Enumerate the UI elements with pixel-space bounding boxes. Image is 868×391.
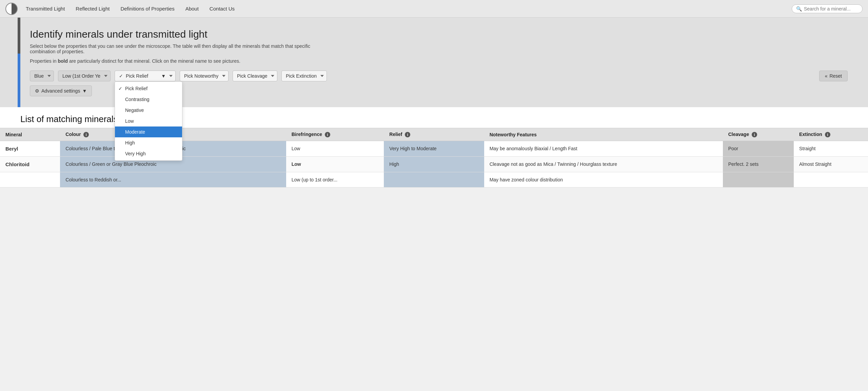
relief-option-contrasting[interactable]: Contrasting [115, 94, 182, 105]
relief-option-high[interactable]: High [115, 137, 182, 148]
relief-option-negative[interactable]: Negative [115, 105, 182, 116]
mineral-beryl[interactable]: Beryl [0, 141, 60, 157]
logo[interactable] [5, 3, 18, 15]
search-box[interactable]: 🔍 [792, 4, 863, 13]
mineral-partial[interactable] [0, 172, 60, 188]
nav-links: Transmitted Light Reflected Light Defini… [26, 6, 792, 12]
col-extinction: Extinction i [794, 128, 868, 141]
advanced-settings-button[interactable]: ⚙ Advanced settings ▼ [30, 85, 92, 96]
reset-icon: « [825, 73, 828, 79]
partial-cleavage [723, 172, 794, 188]
filters-row: Blue Low (1st Order Ye Pick Relief ✓ Pic… [30, 71, 848, 81]
advanced-arrow: ▼ [82, 88, 87, 94]
partial-birefringence: Low (up to 1st order... [286, 172, 384, 188]
relief-select-button[interactable]: ✓ Pick Relief ▼ [115, 71, 176, 81]
beryl-noteworthy: May be anomalously Biaxial / Length Fast [484, 141, 723, 157]
nav-about[interactable]: About [185, 6, 199, 12]
relief-option-low[interactable]: Low [115, 116, 182, 126]
partial-extinction [794, 172, 868, 188]
chloritoid-relief: High [384, 157, 484, 172]
advanced-label: Advanced settings [41, 88, 80, 94]
partial-colour: Colourless to Reddish or... [60, 172, 286, 188]
chloritoid-birefringence: Low [286, 157, 384, 172]
search-input[interactable] [804, 6, 858, 12]
relief-arrow: ▼ [161, 73, 166, 79]
accent-bar [18, 18, 20, 107]
col-cleavage: Cleavage i [723, 128, 794, 141]
beryl-relief: Very High to Moderate [384, 141, 484, 157]
navbar: Transmitted Light Reflected Light Defini… [0, 0, 868, 18]
beryl-birefringence: Low [286, 141, 384, 157]
beryl-cleavage: Poor [723, 141, 794, 157]
nav-definitions[interactable]: Definitions of Properties [120, 6, 174, 12]
relief-dropdown-container: Pick Relief ✓ Pick Relief ▼ Pick Relief … [115, 71, 176, 81]
noteworthy-select[interactable]: Pick Noteworthy [180, 71, 229, 81]
relief-checkmark: ✓ [119, 73, 123, 79]
birefringence-info-icon[interactable]: i [325, 132, 330, 137]
nav-transmitted-light[interactable]: Transmitted Light [26, 6, 65, 12]
partial-relief [384, 172, 484, 188]
table-row: Colourless to Reddish or... Low (up to 1… [0, 172, 868, 188]
relief-option-pick[interactable]: Pick Relief [115, 83, 182, 94]
cleavage-info-icon[interactable]: i [752, 132, 757, 137]
col-mineral: Mineral [0, 128, 60, 141]
chloritoid-extinction: Almost Straight [794, 157, 868, 172]
colour-select[interactable]: Blue [30, 71, 54, 81]
col-relief: Relief i [384, 128, 484, 141]
hero-title: Identify minerals under transmitted ligh… [30, 28, 848, 40]
hero-subtitle: Select below the properties that you can… [30, 43, 335, 54]
partial-noteworthy: May have zoned colour distribution [484, 172, 723, 188]
cleavage-select[interactable]: Pick Cleavage [233, 71, 277, 81]
gear-icon: ⚙ [35, 88, 39, 94]
hero-section: Identify minerals under transmitted ligh… [0, 18, 868, 107]
beryl-extinction: Straight [794, 141, 868, 157]
reset-label: Reset [829, 73, 842, 79]
col-noteworthy: Noteworthy Features [484, 128, 723, 141]
nav-contact[interactable]: Contact Us [210, 6, 235, 12]
nav-reflected-light[interactable]: Reflected Light [76, 6, 110, 12]
relief-option-moderate[interactable]: Moderate [115, 126, 182, 137]
search-icon: 🔍 [796, 6, 802, 12]
extinction-select[interactable]: Pick Extinction [281, 71, 327, 81]
chloritoid-cleavage: Perfect. 2 sets [723, 157, 794, 172]
reset-button[interactable]: « Reset [819, 71, 848, 81]
birefringence-select[interactable]: Low (1st Order Ye [58, 71, 111, 81]
bold-note: Properties in bold are particularly dist… [30, 58, 335, 64]
colour-info-icon[interactable]: i [83, 132, 89, 137]
col-birefringence: Birefringence i [286, 128, 384, 141]
mineral-chloritoid[interactable]: Chloritoid [0, 157, 60, 172]
relief-label: Pick Relief [126, 73, 148, 79]
relief-dropdown-menu: Pick Relief Contrasting Negative Low Mod… [115, 81, 182, 161]
extinction-info-icon[interactable]: i [825, 132, 830, 137]
relief-info-icon[interactable]: i [405, 132, 410, 137]
relief-option-very-high[interactable]: Very High [115, 148, 182, 159]
chloritoid-noteworthy: Cleavage not as good as Mica / Twinning … [484, 157, 723, 172]
